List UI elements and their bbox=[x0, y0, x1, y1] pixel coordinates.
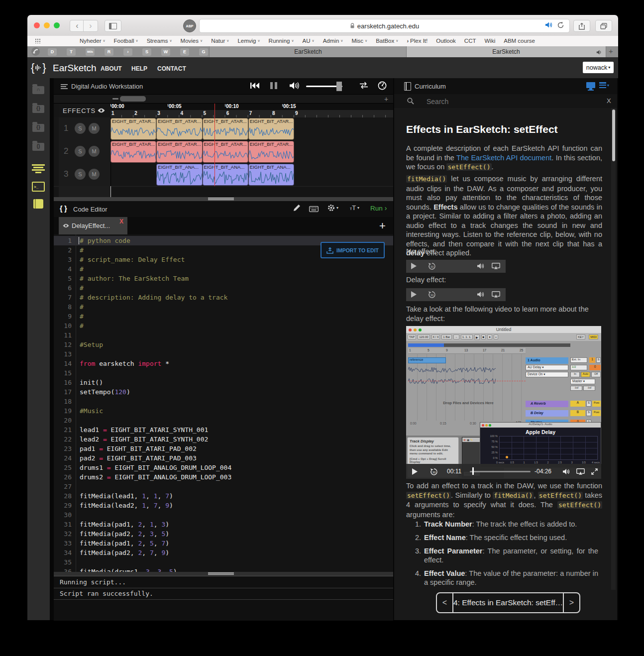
editor-settings-button[interactable]: ▾ bbox=[327, 204, 338, 212]
user-menu-button[interactable]: nowack ▾ bbox=[583, 62, 614, 73]
bookmark-item-running[interactable]: Running∨ bbox=[269, 38, 294, 44]
effects-header[interactable]: EFFECTS bbox=[59, 104, 110, 118]
return-track-b-delay[interactable]: B Delay bbox=[526, 410, 568, 417]
video-player[interactable]: UntitledTAP120.004 / 41 Bar→1. 1. 1.▶■●+… bbox=[406, 326, 601, 479]
daw-volume-thumb[interactable] bbox=[336, 82, 342, 91]
bookmark-item-outlook[interactable]: Outlook bbox=[436, 38, 456, 44]
mixer-deviceon-box[interactable]: Device On ▾ bbox=[526, 372, 568, 377]
back-button[interactable]: ‹ bbox=[70, 20, 85, 32]
active-tab-audio-icon[interactable] bbox=[596, 48, 603, 57]
api-document-link[interactable]: The EarSketch API document bbox=[456, 154, 551, 162]
sidebar-toggle-button[interactable] bbox=[105, 20, 121, 32]
pinned-tab-r[interactable]: R bbox=[105, 48, 113, 56]
search-clear-button[interactable]: X bbox=[607, 97, 611, 105]
solo-button[interactable]: S bbox=[75, 169, 86, 180]
bookmark-item-football[interactable]: Football∨ bbox=[114, 38, 138, 44]
pinned-tab-e[interactable]: E bbox=[180, 48, 189, 56]
import-to-edit-button[interactable]: IMPORT TO EDIT bbox=[321, 242, 385, 258]
sidebar-item-daw-toggle[interactable] bbox=[31, 162, 46, 175]
daw-scroll-handle[interactable] bbox=[120, 96, 146, 102]
sidebar-item-api-browser[interactable]: () bbox=[31, 139, 46, 152]
pinned-tab-s[interactable]: S bbox=[142, 48, 151, 56]
close-window-button[interactable] bbox=[34, 22, 40, 28]
editor-resize-handle[interactable] bbox=[54, 572, 393, 576]
pinned-tab-imdb[interactable]: IMDb bbox=[86, 48, 95, 56]
pinned-tab-[interactable]: › bbox=[123, 48, 132, 56]
sidebar-item-scripts-browser[interactable]: {} bbox=[31, 102, 46, 114]
bookmark-item-misc[interactable]: Misc∨ bbox=[351, 38, 367, 44]
bookmark-item-nyheder[interactable]: Nyheder∨ bbox=[80, 38, 106, 44]
return-track-a-reverb[interactable]: A Reverb bbox=[526, 401, 568, 407]
delay-time-dot[interactable] bbox=[506, 456, 508, 458]
pinned-tab-t[interactable]: T bbox=[67, 48, 76, 56]
daw-scrollbar[interactable] bbox=[54, 95, 393, 104]
mixer-auto-auto[interactable]: Auto bbox=[581, 372, 590, 377]
tab-overview-button[interactable] bbox=[595, 20, 612, 32]
forward-button[interactable]: › bbox=[83, 20, 98, 32]
video-seek-track[interactable] bbox=[470, 471, 531, 472]
reference-clip[interactable]: reference bbox=[408, 357, 446, 363]
pinned-tab-w[interactable]: W bbox=[161, 48, 170, 56]
mixer-auto-off[interactable]: Off bbox=[591, 372, 601, 377]
audio-clip[interactable]: EIGHT_BIT_ATAR... bbox=[203, 141, 248, 163]
bookmark-item-abm-course[interactable]: ABM course bbox=[504, 38, 535, 44]
airplay-button[interactable] bbox=[492, 262, 500, 271]
mixer-solo-box[interactable]: S bbox=[596, 357, 601, 363]
video-rewind-30-button[interactable]: 30 bbox=[430, 468, 438, 478]
volume-button[interactable] bbox=[477, 262, 485, 271]
bookmark-item-natur[interactable]: Natur∨ bbox=[211, 38, 229, 44]
solo-button[interactable]: S bbox=[75, 146, 86, 157]
audio-clip[interactable]: EIGHT_BIT_ANA... bbox=[156, 164, 202, 186]
video-seek-thumb[interactable] bbox=[472, 467, 474, 475]
pause-button[interactable] bbox=[270, 82, 277, 89]
audio-clip[interactable]: EIGHT_BIT_ANA... bbox=[203, 164, 248, 186]
audio-player-1[interactable]: 30 bbox=[406, 260, 506, 273]
font-size-button[interactable]: тT ▾ bbox=[350, 204, 359, 212]
mixer-track-name[interactable]: 1 Audio bbox=[526, 357, 568, 364]
new-tab-button[interactable]: + bbox=[609, 47, 613, 55]
play-button[interactable] bbox=[411, 262, 417, 271]
daw-zoom-in-icon[interactable]: + bbox=[384, 95, 388, 103]
brand-title[interactable]: EarSketch bbox=[53, 63, 97, 74]
mute-button[interactable]: M bbox=[89, 169, 100, 180]
mute-button[interactable]: M bbox=[89, 146, 100, 157]
nav-about[interactable]: ABOUT bbox=[101, 65, 122, 72]
pinned-tab-d[interactable]: D bbox=[48, 48, 57, 56]
video-volume-button[interactable] bbox=[562, 468, 570, 477]
bookmark-item-movies[interactable]: Movies∨ bbox=[181, 38, 203, 44]
sidebar-item-console-toggle[interactable]: >_ bbox=[31, 180, 46, 193]
video-play-button[interactable] bbox=[412, 468, 418, 477]
prev-chapter-button[interactable]: < bbox=[437, 593, 453, 612]
daw-resize-handle[interactable] bbox=[54, 197, 393, 201]
audio-clip[interactable]: EIGHT_BIT_ANA... bbox=[248, 164, 294, 186]
reload-button[interactable] bbox=[557, 21, 564, 31]
next-chapter-button[interactable]: > bbox=[563, 593, 579, 612]
pinned-tab-g[interactable]: G bbox=[199, 48, 208, 56]
editor-tab[interactable]: DelayEffect... X bbox=[59, 217, 127, 234]
minimize-window-button[interactable] bbox=[44, 22, 50, 28]
sidebar-item-curriculum-toggle[interactable] bbox=[31, 197, 46, 210]
chapter-select[interactable]: 4: Effects in EarSketch: setEff… bbox=[453, 593, 563, 612]
solo-button[interactable]: S bbox=[75, 123, 86, 134]
search-input[interactable] bbox=[426, 96, 577, 108]
daw-time-ruler[interactable] bbox=[110, 104, 393, 110]
bookmark-item-wiki[interactable]: Wiki bbox=[485, 38, 496, 44]
metronome-button[interactable] bbox=[378, 81, 387, 92]
rewind-30-button[interactable]: 30 bbox=[428, 291, 436, 301]
tab-audio-mute-icon[interactable] bbox=[545, 21, 553, 30]
bookmark-item-streams[interactable]: Streams∨ bbox=[147, 38, 172, 44]
daw-zoom-out-icon[interactable] bbox=[112, 98, 118, 100]
plugin-window[interactable]: AUDelay/1- AudioApple Delay100 %75 %50 %… bbox=[480, 422, 601, 468]
audio-clip[interactable]: EIGHT_BIT_ATAR... bbox=[110, 118, 156, 140]
browser-tab-2-active[interactable]: EarSketch bbox=[406, 46, 606, 57]
team-logo-pinned-tab[interactable] bbox=[31, 47, 40, 56]
edit-pencil-button[interactable] bbox=[293, 204, 301, 214]
audio-clip[interactable]: EIGHT_BIT_ATAR... bbox=[156, 118, 202, 140]
close-tab-button[interactable]: X bbox=[119, 218, 123, 225]
bookmark-item-batbox[interactable]: BatBox∨ bbox=[376, 38, 398, 44]
bookmark-item-plex-it[interactable]: ›Plex It! bbox=[407, 38, 428, 44]
mixer-routing-box[interactable]: Master ▾ bbox=[570, 379, 595, 384]
url-bar[interactable]: earsketch.gatech.edu bbox=[199, 19, 570, 33]
curriculum-scroll-thumb[interactable] bbox=[612, 109, 616, 161]
nav-help[interactable]: HELP bbox=[131, 65, 147, 72]
